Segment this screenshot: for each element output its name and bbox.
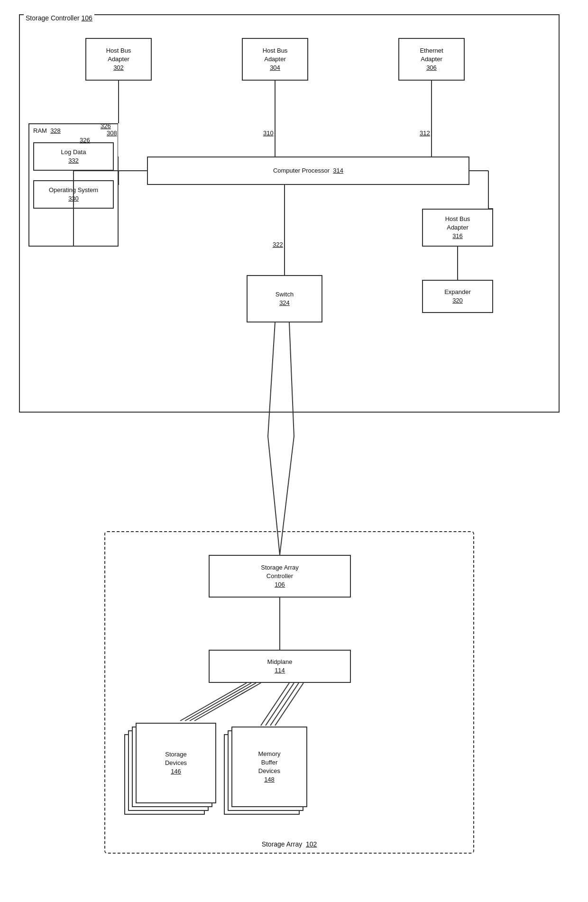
- processor-314-label: Computer Processor 314: [273, 166, 343, 175]
- midplane-ref: 114: [275, 666, 285, 675]
- switch-324: Switch 324: [247, 275, 322, 322]
- log-data-ref: 332: [68, 156, 79, 165]
- hba-316-label: Host BusAdapter: [445, 215, 470, 232]
- storage-controller-ref: 106: [82, 14, 92, 22]
- os-label: Operating System: [49, 186, 98, 194]
- ram-328-box: RAM 328 Log Data 332 Operating System 33…: [28, 123, 119, 247]
- ram-label: RAM 328: [33, 127, 61, 134]
- processor-314: Computer Processor 314: [147, 156, 469, 185]
- sac-label: Storage ArrayController: [261, 563, 299, 580]
- storage-array-controller: Storage ArrayController 106: [209, 555, 351, 598]
- eth-306: EthernetAdapter 306: [398, 38, 465, 81]
- hba-316: Host BusAdapter 316: [422, 209, 493, 247]
- hba-304-label: Host BusAdapter: [263, 46, 288, 64]
- expander-ref: 320: [452, 296, 463, 305]
- hba-302-label: Host BusAdapter: [106, 46, 131, 64]
- memory-buffer-ref: 148: [264, 775, 275, 784]
- sac-ref: 106: [275, 580, 285, 589]
- hba-304: Host BusAdapter 304: [242, 38, 308, 81]
- memory-buffer-148: MemoryBufferDevices 148: [231, 727, 307, 807]
- memory-buffer-label: MemoryBufferDevices: [258, 750, 281, 776]
- log-data-label: Log Data: [61, 148, 86, 156]
- hba-304-ref: 304: [270, 64, 280, 72]
- storage-devices-146: StorageDevices 146: [136, 723, 216, 803]
- storage-devices-label: StorageDevices: [165, 750, 187, 767]
- switch-ref: 324: [279, 299, 290, 307]
- midplane-label: Midplane: [267, 658, 293, 666]
- switch-label: Switch: [276, 290, 294, 299]
- os-ref: 330: [68, 194, 79, 203]
- os-330: Operating System 330: [33, 180, 114, 209]
- storage-controller-label: Storage Controller 106: [24, 14, 94, 22]
- diagram: Storage Controller 106 Host BusAdapter 3…: [9, 9, 579, 892]
- midplane-114: Midplane 114: [209, 650, 351, 683]
- hba-302: Host BusAdapter 302: [85, 38, 152, 81]
- eth-306-ref: 306: [426, 64, 437, 72]
- eth-306-label: EthernetAdapter: [420, 46, 443, 64]
- log-data-332: Log Data 332: [33, 142, 114, 171]
- expander-320: Expander 320: [422, 280, 493, 313]
- expander-label: Expander: [444, 288, 471, 296]
- hba-316-ref: 316: [452, 232, 463, 240]
- storage-array-label: Storage Array 102: [262, 840, 317, 848]
- hba-302-ref: 302: [113, 64, 124, 72]
- storage-devices-ref: 146: [171, 767, 181, 776]
